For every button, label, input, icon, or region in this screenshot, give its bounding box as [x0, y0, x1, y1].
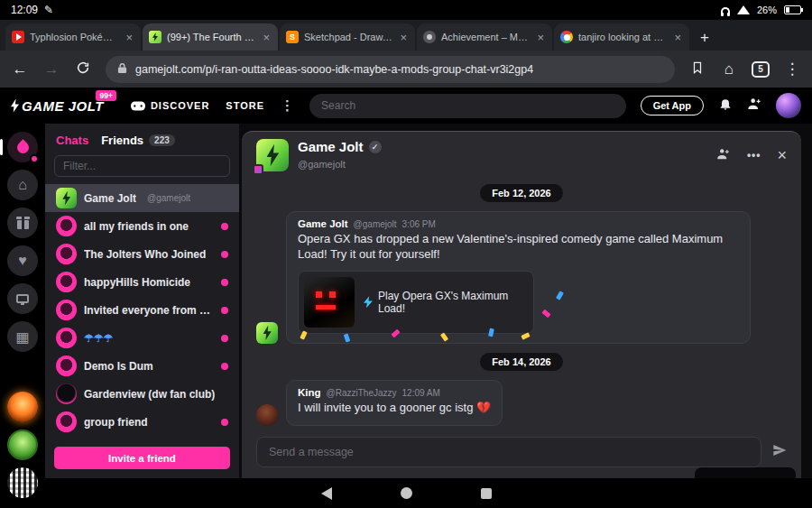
android-recents-icon[interactable] [481, 488, 492, 499]
user-avatar[interactable] [776, 93, 801, 118]
search-input[interactable] [321, 99, 614, 112]
chat-options-icon[interactable]: ••• [747, 149, 761, 162]
tab-sketchpad[interactable]: S Sketchpad - Draw, Create, S × [280, 23, 415, 51]
tab-close-icon[interactable]: × [672, 31, 683, 44]
browser-toolbar: ← → gamejolt.com/p/i-ran-outta-ideas-soo… [0, 51, 812, 88]
tab-close-icon[interactable]: × [535, 31, 546, 44]
opera-gx-icon [364, 296, 373, 308]
android-home-icon[interactable] [401, 487, 412, 499]
list-item[interactable]: group friend [45, 408, 239, 436]
android-back-icon[interactable] [321, 487, 332, 500]
rail-creators-button[interactable]: ♥ [7, 245, 38, 276]
bolt-icon [11, 99, 19, 113]
tab-close-icon[interactable]: × [261, 31, 272, 44]
add-member-icon[interactable] [715, 147, 731, 164]
tab-google-search[interactable]: tanjiro looking at phone - G × [554, 23, 689, 51]
message-scroll-area[interactable]: Feb 12, 2026 Game Jolt @gamejolt 3:06 PM… [242, 179, 801, 431]
rail-chats-button[interactable] [7, 132, 38, 162]
browser-menu-icon[interactable]: ⋮ [783, 61, 801, 77]
library-grid-icon: ▦ [15, 328, 29, 346]
close-chat-icon[interactable]: × [777, 147, 787, 163]
rail-avatar-green[interactable] [7, 429, 38, 460]
pencil-icon: ✎ [44, 4, 53, 16]
add-friend-icon[interactable] [747, 97, 761, 115]
tab-chats[interactable]: Chats [56, 134, 88, 147]
site-search[interactable] [309, 94, 626, 118]
tab-close-icon[interactable]: × [124, 31, 134, 44]
rail-screens-button[interactable] [7, 283, 38, 314]
get-app-button[interactable]: Get App [641, 96, 704, 115]
rail-avatar-orange[interactable] [7, 392, 38, 422]
gamejolt-logo[interactable]: GAME JOLT 99+ [11, 98, 104, 114]
avatar [56, 328, 77, 348]
tab-title: (99+) The Fourth Wall (Hex [167, 32, 255, 42]
tab-typhlosion[interactable]: Typhlosion Pokémon Meme × [5, 23, 141, 51]
send-icon[interactable] [772, 443, 787, 461]
message-author[interactable]: Game Jolt [298, 218, 348, 229]
message-handle: @gamejolt [354, 219, 397, 229]
site-more-menu-icon[interactable]: ⋮ [281, 97, 295, 114]
back-icon[interactable]: ← [11, 61, 29, 77]
list-item-gamejolt[interactable]: Game Jolt @gamejolt [45, 184, 239, 212]
invite-friend-button[interactable]: Invite a friend [54, 447, 230, 469]
site-body: ⌂ ♥ ▦ Chats Friends [0, 124, 812, 478]
logo-text: GAME JOLT [22, 98, 104, 114]
clock: 12:09 [11, 4, 38, 16]
message-avatar[interactable] [256, 404, 278, 426]
nav-store[interactable]: STORE [226, 100, 264, 111]
controller-icon [131, 101, 145, 111]
message-avatar[interactable] [256, 322, 278, 344]
list-item[interactable]: Demo Is Dum [45, 352, 239, 380]
home-icon[interactable]: ⌂ [720, 61, 738, 77]
embed-link-text[interactable]: Play Opera GX's Maximum Load! [378, 290, 528, 315]
gift-icon [17, 220, 29, 229]
rail-avatar-qr[interactable] [7, 467, 38, 498]
left-rail: ⌂ ♥ ▦ [0, 124, 45, 478]
tab-fourth-wall-active[interactable]: (99+) The Fourth Wall (Hex × [143, 23, 278, 51]
chat-name: Invited everyone from my... [84, 304, 214, 317]
chat-avatar[interactable] [256, 139, 289, 171]
tab-favicon-gamejolt [149, 31, 161, 43]
friends-count-badge: 223 [149, 134, 175, 146]
android-nav-bar [0, 478, 812, 508]
list-item[interactable]: happyHills Homicide [45, 268, 239, 296]
date-divider: Feb 14, 2026 [480, 353, 562, 371]
message-handle: @RazziTheJazzy [327, 388, 397, 398]
tab-friends[interactable]: Friends 223 [101, 134, 175, 147]
confetti-icon [488, 328, 494, 337]
game-link-embed[interactable]: Play Opera GX's Maximum Load! [298, 271, 534, 334]
wifi-icon [737, 5, 750, 14]
message-bubble: Game Jolt @gamejolt 3:06 PM Opera GX has… [286, 211, 751, 344]
tab-close-icon[interactable]: × [398, 31, 409, 44]
list-item[interactable]: Gardenview (dw fan club) [45, 380, 239, 408]
new-tab-button[interactable]: + [691, 25, 718, 51]
nav-discover[interactable]: DISCOVER [131, 100, 209, 111]
url-bar[interactable]: gamejolt.com/p/i-ran-outta-ideas-soooo-i… [106, 56, 675, 83]
tab-minecraft-wiki[interactable]: Achievement – Minecraft W × [417, 23, 552, 51]
avatar [56, 356, 77, 376]
bell-icon[interactable] [718, 97, 733, 115]
gamejolt-header: GAME JOLT 99+ DISCOVER STORE ⋮ Get App [0, 88, 812, 124]
rail-rewards-button[interactable] [7, 208, 38, 238]
message-text: I will invite you to a gooner gc istg 💔 [298, 401, 491, 416]
list-item[interactable]: ☂☂☂ [45, 324, 239, 352]
tab-switcher-button[interactable]: 5 [752, 61, 770, 78]
rail-communities-button[interactable]: ⌂ [7, 170, 38, 200]
avatar [56, 188, 77, 208]
tab-favicon-sketchpad: S [286, 31, 299, 43]
bookmark-icon[interactable] [688, 60, 706, 78]
reload-icon[interactable] [74, 60, 92, 78]
message-input[interactable] [256, 437, 761, 467]
friends-label: Friends [101, 134, 143, 147]
chat-name: The Jolters Who Joined [84, 248, 206, 261]
list-item[interactable]: Invited everyone from my... [45, 296, 239, 324]
sidebar-tabs: Chats Friends 223 [45, 124, 239, 154]
rail-library-button[interactable]: ▦ [7, 321, 38, 352]
message-author[interactable]: King [298, 387, 321, 398]
filter-input[interactable] [54, 155, 230, 177]
list-item[interactable]: The Jolters Who Joined [45, 240, 239, 268]
screen: 12:09 ✎ 26% Typhlosion Pokémon Meme × (9… [0, 0, 812, 508]
battery-percent: 26% [757, 5, 777, 15]
forward-icon[interactable]: → [42, 61, 60, 77]
list-item[interactable]: all my friends in one [45, 212, 239, 240]
